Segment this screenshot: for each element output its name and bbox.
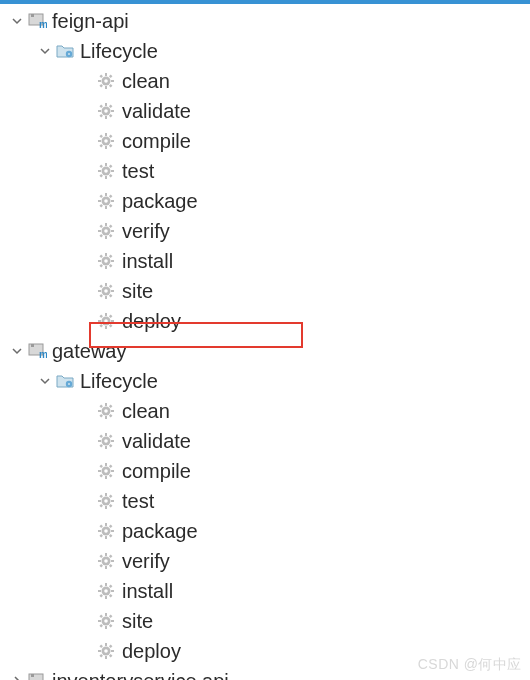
svg-rect-157 bbox=[99, 564, 103, 568]
goal-test[interactable]: test bbox=[0, 486, 530, 516]
goal-validate[interactable]: validate bbox=[0, 96, 530, 126]
svg-rect-67 bbox=[105, 266, 107, 269]
goal-clean[interactable]: clean bbox=[0, 66, 530, 96]
folder-gear-icon bbox=[54, 40, 76, 62]
goal-label: package bbox=[122, 190, 198, 213]
svg-rect-101 bbox=[105, 403, 107, 406]
svg-rect-6 bbox=[105, 73, 107, 76]
svg-rect-138 bbox=[109, 504, 113, 508]
svg-rect-186 bbox=[109, 645, 113, 649]
svg-rect-53 bbox=[109, 204, 113, 208]
svg-rect-93 bbox=[109, 324, 113, 328]
svg-rect-68 bbox=[98, 260, 101, 262]
lifecycle-label: Lifecycle bbox=[80, 40, 158, 63]
svg-rect-144 bbox=[111, 530, 114, 532]
svg-rect-164 bbox=[111, 590, 114, 592]
chevron-down-icon[interactable] bbox=[36, 372, 54, 390]
goal-package[interactable]: package bbox=[0, 186, 530, 216]
chevron-down-icon[interactable] bbox=[8, 12, 26, 30]
gear-icon bbox=[96, 611, 116, 631]
goal-verify[interactable]: verify bbox=[0, 546, 530, 576]
svg-rect-79 bbox=[111, 290, 114, 292]
goal-compile[interactable]: compile bbox=[0, 456, 530, 486]
svg-rect-51 bbox=[109, 195, 113, 199]
svg-rect-28 bbox=[98, 140, 101, 142]
chevron-down-icon[interactable] bbox=[8, 342, 26, 360]
svg-point-179 bbox=[104, 619, 108, 623]
svg-rect-154 bbox=[111, 560, 114, 562]
goal-package[interactable]: package bbox=[0, 516, 530, 546]
svg-rect-156 bbox=[109, 555, 113, 559]
svg-point-44 bbox=[104, 169, 108, 173]
svg-rect-96 bbox=[31, 344, 34, 347]
svg-rect-82 bbox=[99, 294, 103, 298]
svg-point-64 bbox=[104, 229, 108, 233]
svg-rect-141 bbox=[105, 523, 107, 526]
lifecycle-folder[interactable]: Lifecycle bbox=[0, 36, 530, 66]
gear-icon bbox=[96, 311, 116, 331]
svg-rect-152 bbox=[105, 566, 107, 569]
svg-rect-48 bbox=[98, 200, 101, 202]
gear-icon bbox=[96, 431, 116, 451]
svg-point-189 bbox=[104, 649, 108, 653]
module-row-feign-api[interactable]: mfeign-api bbox=[0, 6, 530, 36]
chevron-right-icon[interactable] bbox=[8, 672, 26, 680]
svg-rect-46 bbox=[105, 193, 107, 196]
svg-rect-116 bbox=[109, 435, 113, 439]
svg-text:m: m bbox=[39, 19, 47, 30]
gear-icon bbox=[96, 581, 116, 601]
svg-rect-135 bbox=[99, 495, 103, 499]
svg-rect-52 bbox=[99, 204, 103, 208]
svg-rect-70 bbox=[99, 255, 103, 259]
goal-site[interactable]: site bbox=[0, 606, 530, 636]
module-row-gateway[interactable]: mgateway bbox=[0, 336, 530, 366]
svg-rect-176 bbox=[109, 615, 113, 619]
svg-rect-91 bbox=[109, 315, 113, 319]
svg-rect-69 bbox=[111, 260, 114, 262]
svg-rect-126 bbox=[109, 465, 113, 469]
svg-rect-38 bbox=[98, 170, 101, 172]
svg-rect-185 bbox=[99, 645, 103, 649]
goal-install[interactable]: install bbox=[0, 576, 530, 606]
watermark: CSDN @何中应 bbox=[418, 656, 522, 674]
svg-rect-146 bbox=[109, 525, 113, 529]
svg-rect-184 bbox=[111, 650, 114, 652]
svg-rect-32 bbox=[99, 144, 103, 148]
svg-point-139 bbox=[104, 499, 108, 503]
gear-icon bbox=[96, 251, 116, 271]
goal-compile[interactable]: compile bbox=[0, 126, 530, 156]
goal-install[interactable]: install bbox=[0, 246, 530, 276]
svg-rect-107 bbox=[99, 414, 103, 418]
svg-rect-62 bbox=[99, 234, 103, 238]
svg-rect-181 bbox=[105, 643, 107, 646]
goal-label: validate bbox=[122, 100, 191, 123]
svg-rect-49 bbox=[111, 200, 114, 202]
gear-icon bbox=[96, 221, 116, 241]
goal-label: test bbox=[122, 490, 154, 513]
goal-test[interactable]: test bbox=[0, 156, 530, 186]
gear-icon bbox=[96, 191, 116, 211]
goal-label: install bbox=[122, 580, 173, 603]
svg-rect-56 bbox=[105, 223, 107, 226]
goal-label: compile bbox=[122, 460, 191, 483]
goal-site[interactable]: site bbox=[0, 276, 530, 306]
svg-rect-60 bbox=[99, 225, 103, 229]
svg-rect-171 bbox=[105, 613, 107, 616]
goal-label: clean bbox=[122, 400, 170, 423]
svg-point-84 bbox=[104, 289, 108, 293]
goal-deploy[interactable]: deploy bbox=[0, 306, 530, 336]
goal-validate[interactable]: validate bbox=[0, 426, 530, 456]
svg-rect-182 bbox=[105, 656, 107, 659]
goal-verify[interactable]: verify bbox=[0, 216, 530, 246]
svg-rect-153 bbox=[98, 560, 101, 562]
gear-icon bbox=[96, 551, 116, 571]
svg-rect-106 bbox=[109, 405, 113, 409]
svg-point-129 bbox=[104, 469, 108, 473]
goal-clean[interactable]: clean bbox=[0, 396, 530, 426]
chevron-down-icon[interactable] bbox=[36, 42, 54, 60]
svg-rect-147 bbox=[99, 534, 103, 538]
svg-text:m: m bbox=[39, 349, 47, 360]
svg-rect-37 bbox=[105, 176, 107, 179]
svg-point-4 bbox=[68, 53, 70, 55]
lifecycle-folder[interactable]: Lifecycle bbox=[0, 366, 530, 396]
